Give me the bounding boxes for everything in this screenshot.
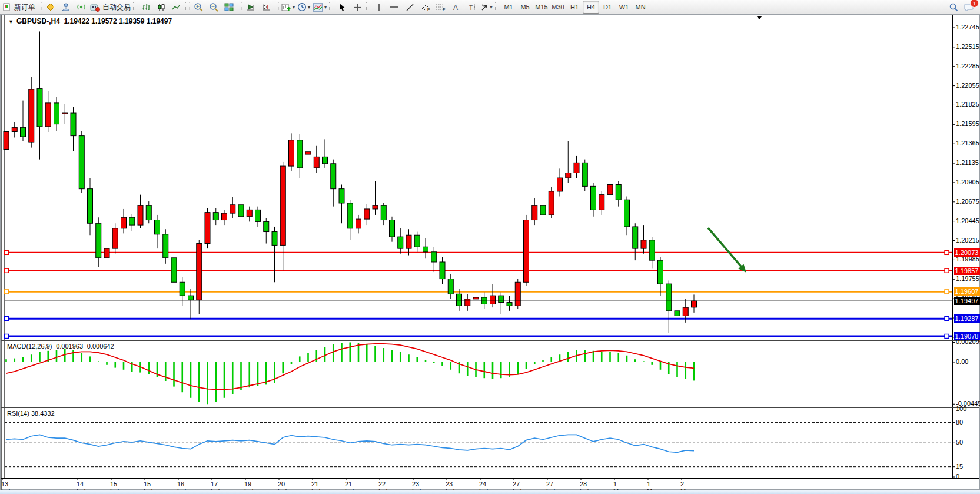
- price-axis-label: 1.22285: [956, 62, 979, 69]
- candle-body: [683, 307, 688, 316]
- line-chart-button[interactable]: [170, 1, 184, 14]
- separator: [275, 2, 279, 12]
- candle-body: [457, 294, 462, 306]
- candle-body: [465, 299, 470, 306]
- candle-body: [549, 191, 554, 215]
- timeframe-mn[interactable]: MN: [632, 1, 649, 14]
- hline-badge-1.19857: 1.19857: [954, 267, 980, 275]
- price-axis-label: 1.22745: [956, 24, 979, 31]
- candle-body: [406, 235, 411, 248]
- period-button[interactable]: ▾: [297, 1, 311, 14]
- timeframe-d1[interactable]: D1: [599, 1, 616, 14]
- new-order-label: 新订单: [14, 2, 35, 12]
- current-price-badge: 1.19497: [954, 297, 980, 305]
- zoom-in-button[interactable]: [191, 1, 205, 14]
- new-order-icon: [3, 3, 12, 11]
- timeframe-m15[interactable]: M15: [533, 1, 550, 14]
- timeframe-m1[interactable]: M1: [500, 1, 517, 14]
- candle-body: [515, 282, 520, 306]
- depth-of-market-button[interactable]: [59, 1, 73, 14]
- candle-body: [666, 284, 672, 311]
- channel-icon: E: [420, 3, 430, 12]
- price-axis-label: 1.21135: [956, 159, 979, 166]
- trendline-icon: [406, 3, 414, 12]
- text-button[interactable]: A: [449, 1, 463, 14]
- tile-windows-button[interactable]: [222, 1, 236, 14]
- candle-body: [280, 166, 285, 245]
- candle-body: [624, 200, 630, 227]
- candle-body: [155, 220, 160, 234]
- macd-label: MACD(12,26,9) -0.001963 -0.000642: [7, 343, 114, 350]
- price-axis-label: 1.19755: [956, 275, 979, 282]
- chart-shift-button[interactable]: [259, 1, 273, 14]
- timeframe-w1[interactable]: W1: [616, 1, 632, 14]
- chevron-down-icon: ▾: [490, 5, 493, 10]
- indicators-button[interactable]: ▾: [312, 1, 327, 14]
- auto-trading-button[interactable]: 自动交易: [89, 1, 131, 14]
- candle-body: [507, 303, 512, 306]
- search-icon: [949, 2, 958, 12]
- candle-body: [314, 157, 319, 168]
- toolbar: 新订单 自动交易: [0, 0, 980, 15]
- signal-icon: [77, 2, 86, 12]
- candle-body: [431, 252, 437, 262]
- macd-axis-label: 0.00: [956, 358, 968, 365]
- signal-button[interactable]: [74, 1, 88, 14]
- svg-text:A: A: [453, 4, 458, 12]
- candle-body: [37, 89, 42, 127]
- fibonacci-button[interactable]: F: [433, 1, 447, 14]
- hline-handle: [945, 290, 949, 294]
- candle-body: [180, 282, 185, 296]
- candle-body: [633, 227, 638, 248]
- rsi-axis-label: 0: [956, 473, 959, 480]
- candle-body: [12, 127, 17, 131]
- notifications-button[interactable]: 1: [962, 1, 976, 14]
- vertical-line-button[interactable]: [372, 1, 386, 14]
- candle-body: [238, 205, 244, 217]
- timeframe-group: M1M5M15M30H1H4D1W1MN: [500, 1, 649, 14]
- timeframe-h4[interactable]: H4: [583, 1, 599, 14]
- timeframe-h1[interactable]: H1: [566, 1, 583, 14]
- text-label-icon: T: [466, 3, 476, 12]
- cursor-button[interactable]: [335, 1, 349, 14]
- hline-handle: [5, 317, 9, 321]
- candle-body: [45, 103, 51, 127]
- candle-chart-button[interactable]: [154, 1, 168, 14]
- price-axis-label: 1.21365: [956, 140, 979, 147]
- status-strip: [0, 490, 980, 494]
- candle-body: [641, 240, 646, 248]
- zoom-out-button[interactable]: [207, 1, 221, 14]
- candle-body: [339, 189, 344, 203]
- trendline-button[interactable]: [403, 1, 417, 14]
- horizontal-line-button[interactable]: [387, 1, 401, 14]
- candle-body: [658, 260, 663, 284]
- separator: [38, 2, 42, 12]
- candle-body: [582, 163, 587, 186]
- collapse-triangle-icon[interactable]: ▼: [8, 19, 14, 25]
- price-axis-label: 1.21595: [956, 120, 979, 127]
- timeframe-m5[interactable]: M5: [517, 1, 533, 14]
- market-watch-button[interactable]: [44, 1, 58, 14]
- crosshair-button[interactable]: [350, 1, 364, 14]
- timeframe-m30[interactable]: M30: [550, 1, 566, 14]
- zoom-in-icon: [194, 2, 203, 12]
- text-label-button[interactable]: T: [464, 1, 478, 14]
- chart-canvas[interactable]: [0, 15, 980, 490]
- arrow-annotation: [708, 228, 743, 269]
- new-chart-button[interactable]: ▾: [281, 1, 295, 14]
- candle-body: [373, 205, 378, 209]
- arrows-tool-button[interactable]: ▾: [479, 1, 493, 14]
- search-button[interactable]: [946, 1, 961, 14]
- auto-scroll-button[interactable]: [244, 1, 258, 14]
- candle-body: [21, 127, 26, 137]
- channel-button[interactable]: E: [418, 1, 432, 14]
- new-order-button[interactable]: 新订单: [2, 1, 36, 14]
- new-chart-icon: [281, 3, 291, 12]
- candle-body: [163, 234, 168, 258]
- candle-body: [381, 205, 386, 220]
- candle-body: [146, 205, 151, 220]
- candle-body: [289, 140, 294, 166]
- candle-body: [649, 240, 655, 260]
- candle-body: [264, 221, 269, 231]
- bar-chart-button[interactable]: [139, 1, 153, 14]
